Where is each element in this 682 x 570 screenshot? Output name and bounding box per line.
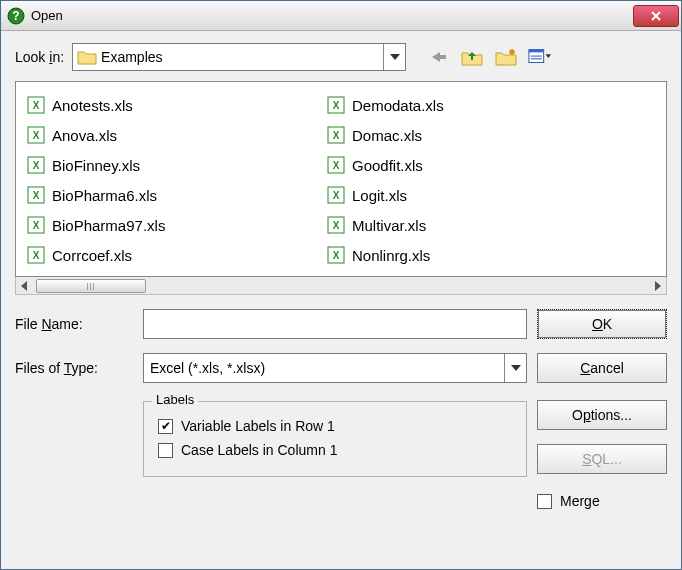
excel-file-icon: X xyxy=(26,155,46,175)
excel-file-icon: X xyxy=(326,95,346,115)
options-button[interactable]: Options... xyxy=(537,400,667,430)
list-item[interactable]: X Multivar.xls xyxy=(322,210,622,240)
scroll-right-icon[interactable] xyxy=(648,278,666,294)
window-title: Open xyxy=(31,8,633,23)
excel-file-icon: X xyxy=(26,95,46,115)
svg-text:X: X xyxy=(33,130,40,141)
excel-file-icon: X xyxy=(26,185,46,205)
file-list[interactable]: X Anotests.xls X Anova.xls X BioFinney.x… xyxy=(15,81,667,277)
new-folder-icon[interactable] xyxy=(494,46,518,68)
excel-file-icon: X xyxy=(26,245,46,265)
svg-text:X: X xyxy=(333,130,340,141)
excel-file-icon: X xyxy=(326,215,346,235)
list-item[interactable]: X Anotests.xls xyxy=(22,90,322,120)
close-button[interactable] xyxy=(633,5,679,27)
lookin-label: Look in: xyxy=(15,49,64,65)
scrollbar-track[interactable]: ||| xyxy=(34,279,648,293)
merge-checkbox[interactable] xyxy=(537,494,552,509)
merge-label: Merge xyxy=(560,493,600,509)
svg-text:X: X xyxy=(333,100,340,111)
file-name: BioFinney.xls xyxy=(52,157,140,174)
variable-labels-checkbox[interactable]: ✔ xyxy=(158,419,173,434)
file-name: BioPharma6.xls xyxy=(52,187,157,204)
excel-file-icon: X xyxy=(326,185,346,205)
file-name: Anotests.xls xyxy=(52,97,133,114)
excel-file-icon: X xyxy=(326,125,346,145)
labels-groupbox: Labels ✔ Variable Labels in Row 1 Case L… xyxy=(143,401,527,477)
help-icon: ? xyxy=(7,7,25,25)
file-name: Goodfit.xls xyxy=(352,157,423,174)
list-item[interactable]: X Anova.xls xyxy=(22,120,322,150)
svg-text:X: X xyxy=(333,160,340,171)
sql-button[interactable]: SQL... xyxy=(537,444,667,474)
folder-icon xyxy=(77,48,97,66)
dropdown-button[interactable] xyxy=(383,44,405,70)
file-name: Nonlinrg.xls xyxy=(352,247,430,264)
file-name: BioPharma97.xls xyxy=(52,217,165,234)
open-dialog: ? Open Look in: Examples xyxy=(0,0,682,570)
filename-label: File Name: xyxy=(15,316,133,332)
svg-text:X: X xyxy=(33,190,40,201)
filetype-value: Excel (*.xls, *.xlsx) xyxy=(150,360,504,376)
case-labels-label: Case Labels in Column 1 xyxy=(181,442,337,458)
file-name: Demodata.xls xyxy=(352,97,444,114)
svg-rect-4 xyxy=(440,55,446,59)
svg-text:X: X xyxy=(333,250,340,261)
scrollbar-thumb[interactable]: ||| xyxy=(36,279,146,293)
excel-file-icon: X xyxy=(26,125,46,145)
list-item[interactable]: X Domac.xls xyxy=(322,120,622,150)
up-folder-icon[interactable] xyxy=(460,46,484,68)
labels-legend: Labels xyxy=(152,392,198,407)
svg-text:X: X xyxy=(33,100,40,111)
svg-text:?: ? xyxy=(12,9,19,23)
file-name: Domac.xls xyxy=(352,127,422,144)
dropdown-button[interactable] xyxy=(504,354,526,382)
lookin-combo[interactable]: Examples xyxy=(72,43,406,71)
svg-text:X: X xyxy=(33,160,40,171)
svg-text:X: X xyxy=(333,190,340,201)
variable-labels-label: Variable Labels in Row 1 xyxy=(181,418,335,434)
back-icon[interactable] xyxy=(426,46,450,68)
file-name: Corrcoef.xls xyxy=(52,247,132,264)
svg-text:X: X xyxy=(33,250,40,261)
lookin-value: Examples xyxy=(101,49,383,65)
list-item[interactable]: X BioFinney.xls xyxy=(22,150,322,180)
ok-button[interactable]: OK xyxy=(537,309,667,339)
excel-file-icon: X xyxy=(326,155,346,175)
file-name: Multivar.xls xyxy=(352,217,426,234)
filename-input[interactable] xyxy=(143,309,527,339)
filetype-combo[interactable]: Excel (*.xls, *.xlsx) xyxy=(143,353,527,383)
list-item[interactable]: X Demodata.xls xyxy=(322,90,622,120)
list-item[interactable]: X BioPharma97.xls xyxy=(22,210,322,240)
file-name: Logit.xls xyxy=(352,187,407,204)
filetype-label: Files of Type: xyxy=(15,360,133,376)
horizontal-scrollbar[interactable]: ||| xyxy=(15,277,667,295)
cancel-button[interactable]: Cancel xyxy=(537,353,667,383)
list-item[interactable]: X Goodfit.xls xyxy=(322,150,622,180)
nav-toolbar xyxy=(426,46,552,68)
svg-text:X: X xyxy=(333,220,340,231)
titlebar: ? Open xyxy=(1,1,681,31)
list-item[interactable]: X Logit.xls xyxy=(322,180,622,210)
case-labels-checkbox[interactable] xyxy=(158,443,173,458)
excel-file-icon: X xyxy=(26,215,46,235)
list-item[interactable]: X BioPharma6.xls xyxy=(22,180,322,210)
list-item[interactable]: X Corrcoef.xls xyxy=(22,240,322,270)
scroll-left-icon[interactable] xyxy=(16,278,34,294)
dialog-body: Look in: Examples xyxy=(1,31,681,569)
view-menu-icon[interactable] xyxy=(528,46,552,68)
file-name: Anova.xls xyxy=(52,127,117,144)
list-item[interactable]: X Nonlinrg.xls xyxy=(322,240,622,270)
svg-text:X: X xyxy=(33,220,40,231)
svg-rect-10 xyxy=(529,50,544,53)
excel-file-icon: X xyxy=(326,245,346,265)
lookin-row: Look in: Examples xyxy=(15,43,667,71)
